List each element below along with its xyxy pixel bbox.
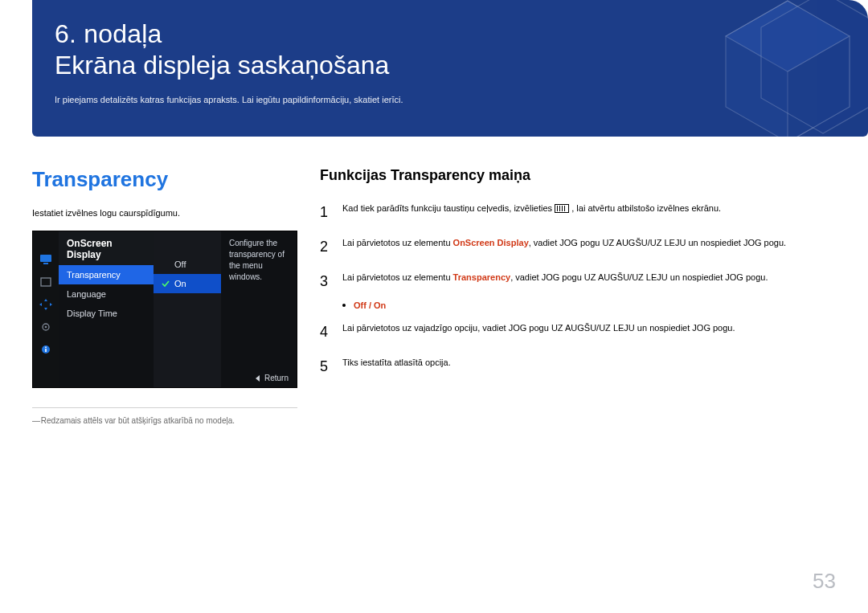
svg-marker-10 xyxy=(50,303,52,306)
osd-item-display-time[interactable]: Display Time xyxy=(59,304,154,323)
step-text: Tiks iestatīta atlasītā opcija. xyxy=(342,356,836,378)
body-columns: Transparency Iestatiet izvēlnes logu cau… xyxy=(32,167,836,425)
osd-item-language[interactable]: Language xyxy=(59,284,154,304)
left-column: Transparency Iestatiet izvēlnes logu cau… xyxy=(32,167,297,425)
right-section-title: Funkcijas Transparency maiņa xyxy=(320,167,836,184)
triangle-left-icon xyxy=(256,375,260,382)
step-2: 2 Lai pārvietotos uz elementu OnScreen D… xyxy=(320,236,836,258)
hero-cube-art xyxy=(699,0,868,137)
options-off-on: Off / On xyxy=(354,300,386,310)
step-5: 5 Tiks iestatīta atlasītā opcija. xyxy=(320,356,836,378)
svg-rect-15 xyxy=(45,347,47,349)
divider xyxy=(32,407,297,408)
section-lead: Iestatiet izvēlnes logu caurspīdīgumu. xyxy=(32,208,297,218)
svg-marker-7 xyxy=(44,299,47,301)
page: 6. nodaļa Ekrāna displeja saskaņošana Ir… xyxy=(0,0,868,613)
osd-return[interactable]: Return xyxy=(256,374,289,382)
step-text-pre: Kad tiek parādīts funkciju taustiņu ceļv… xyxy=(342,203,555,213)
osd-preview: OnScreen Display Transparency Language D… xyxy=(32,231,297,388)
step-number: 2 xyxy=(320,236,331,258)
svg-marker-9 xyxy=(39,303,42,306)
svg-rect-5 xyxy=(43,263,48,264)
highlight-transparency: Transparency xyxy=(453,272,511,282)
svg-rect-6 xyxy=(41,278,51,286)
chapter-subtitle: Ir pieejams detalizēts katras funkcijas … xyxy=(55,93,845,107)
osd-option-label: Off xyxy=(174,260,186,269)
osd-menu-title: OnScreen Display xyxy=(59,231,154,265)
check-icon xyxy=(162,280,170,288)
osd-option-on[interactable]: On xyxy=(154,274,221,293)
monitor-icon xyxy=(39,254,53,265)
osd-option-off[interactable]: Off xyxy=(154,255,221,274)
info-icon xyxy=(39,344,53,355)
right-column: Funkcijas Transparency maiņa 1 Kad tiek … xyxy=(320,167,836,425)
highlight-onscreen-display: OnScreen Display xyxy=(453,238,529,247)
step-text-pre: Lai pārvietotos uz elementu xyxy=(342,238,453,247)
box-icon xyxy=(39,276,53,288)
step-number: 5 xyxy=(320,356,331,378)
check-icon xyxy=(162,260,170,268)
osd-item-transparency[interactable]: Transparency xyxy=(59,265,154,284)
step-4: 4 Lai pārvietotos uz vajadzīgo opciju, v… xyxy=(320,321,836,343)
osd-description: Configure the transparency of the menu w… xyxy=(221,231,297,387)
step-text-post: , vadiet JOG pogu UZ AUGŠU/UZ LEJU un no… xyxy=(529,238,786,247)
svg-rect-14 xyxy=(45,349,47,352)
step-1: 1 Kad tiek parādīts funkciju taustiņu ce… xyxy=(320,202,836,223)
svg-rect-4 xyxy=(40,255,51,262)
step-number: 1 xyxy=(320,202,331,223)
menu-grip-icon xyxy=(555,204,569,213)
step-text: Lai pārvietotos uz elementu Transparency… xyxy=(342,271,836,292)
osd-submenu: Off On xyxy=(154,231,221,387)
osd-menu: OnScreen Display Transparency Language D… xyxy=(59,231,154,387)
osd-sidebar-rail xyxy=(33,231,59,387)
step-text-post: , vadiet JOG pogu UZ AUGŠU/UZ LEJU un no… xyxy=(510,272,768,282)
svg-marker-8 xyxy=(44,308,47,310)
step-text: Kad tiek parādīts funkciju taustiņu ceļv… xyxy=(342,202,836,223)
step-number: 3 xyxy=(320,271,331,292)
section-title: Transparency xyxy=(32,167,297,192)
step-3: 3 Lai pārvietotos uz elementu Transparen… xyxy=(320,271,836,292)
osd-option-label: On xyxy=(174,279,186,288)
step-text: Lai pārvietotos uz elementu OnScreen Dis… xyxy=(342,236,836,258)
step-number: 4 xyxy=(320,321,331,343)
step-text-pre: Lai pārvietotos uz elementu xyxy=(342,272,453,282)
bullet-icon xyxy=(342,304,346,307)
page-number: 53 xyxy=(813,569,836,594)
options-bullet: Off / On xyxy=(342,300,836,310)
svg-point-12 xyxy=(45,326,47,329)
arrows-icon xyxy=(39,299,53,310)
step-text-post: , lai atvērtu atbilstošo izvēlnes ekrānu… xyxy=(571,203,721,213)
osd-return-label: Return xyxy=(264,374,289,382)
gear-icon xyxy=(39,321,53,333)
chapter-hero: 6. nodaļa Ekrāna displeja saskaņošana Ir… xyxy=(32,0,868,137)
step-text: Lai pārvietotos uz vajadzīgo opciju, vad… xyxy=(342,321,836,343)
footnote: Redzamais attēls var būt atšķirīgs atkar… xyxy=(32,416,297,425)
